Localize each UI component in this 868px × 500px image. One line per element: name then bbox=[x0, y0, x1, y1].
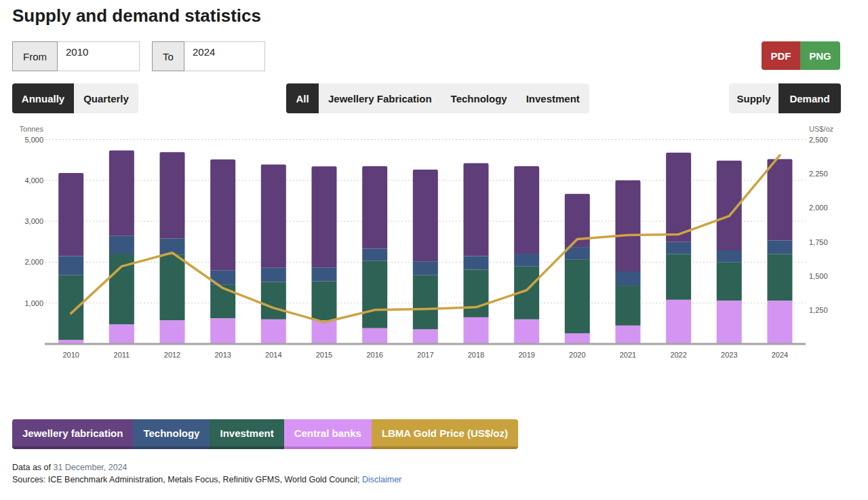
chart-area: TonnesUS$/oz5,0004,0003,0002,0001,0002,5… bbox=[0, 123, 868, 368]
right-axis-tick: 2,500 bbox=[809, 136, 828, 144]
right-axis-tick: 1,500 bbox=[809, 272, 828, 280]
export-png-button[interactable]: PNG bbox=[800, 41, 840, 70]
x-axis-label: 2011 bbox=[114, 351, 130, 359]
bar-segment-2011 bbox=[109, 151, 134, 236]
bar-segment-2010 bbox=[58, 275, 83, 340]
tab-annually[interactable]: Annually bbox=[12, 83, 74, 113]
bar-segment-2024 bbox=[767, 254, 792, 301]
left-axis-tick: 5,000 bbox=[24, 136, 43, 144]
bar-segment-2013 bbox=[210, 159, 235, 271]
legend-lbma-gold-price[interactable]: LBMA Gold Price (US$/oz) bbox=[372, 419, 518, 449]
tab-technology[interactable]: Technology bbox=[441, 83, 517, 113]
bar-segment-2018 bbox=[463, 256, 488, 269]
legend-technology[interactable]: Technology bbox=[133, 419, 210, 449]
right-axis-tick: 2,000 bbox=[809, 204, 828, 212]
supply-demand-widget: Supply and demand statistics From To PDF… bbox=[0, 0, 868, 500]
tab-all[interactable]: All bbox=[286, 83, 319, 113]
tab-supply[interactable]: Supply bbox=[729, 83, 778, 113]
bar-segment-2024 bbox=[767, 240, 792, 254]
bar-segment-2021 bbox=[615, 286, 640, 326]
bar-segment-2021 bbox=[615, 180, 640, 271]
bar-segment-2022 bbox=[666, 242, 691, 254]
category-tabs: All Jewellery Fabrication Technology Inv… bbox=[286, 83, 589, 113]
bar-segment-2018 bbox=[463, 270, 488, 318]
bar-segment-2017 bbox=[413, 275, 438, 330]
x-axis-label: 2016 bbox=[366, 351, 382, 359]
legend-investment[interactable]: Investment bbox=[210, 419, 283, 449]
bar-segment-2014 bbox=[261, 268, 286, 282]
bar-segment-2014 bbox=[261, 320, 286, 344]
disclaimer-link[interactable]: Disclaimer bbox=[362, 475, 401, 484]
bar-segment-2012 bbox=[160, 152, 185, 238]
frequency-tabs: Annually Quarterly bbox=[12, 83, 138, 113]
legend-central-banks[interactable]: Central banks bbox=[284, 419, 372, 449]
x-axis-label: 2015 bbox=[316, 351, 332, 359]
bar-segment-2023 bbox=[717, 250, 742, 263]
left-axis-tick: 2,000 bbox=[24, 258, 43, 266]
bar-segment-2015 bbox=[312, 320, 337, 344]
bar-segment-2013 bbox=[210, 285, 235, 318]
x-axis-label: 2019 bbox=[518, 351, 534, 359]
x-axis-label: 2017 bbox=[417, 351, 433, 359]
tab-quarterly[interactable]: Quarterly bbox=[74, 83, 138, 113]
x-axis-label: 2012 bbox=[164, 351, 180, 359]
bar-segment-2023 bbox=[717, 301, 742, 344]
demand-chart-svg: TonnesUS$/oz5,0004,0003,0002,0001,0002,5… bbox=[0, 123, 868, 368]
data-as-of-prefix: Data as of bbox=[12, 463, 53, 472]
from-year-input[interactable] bbox=[58, 41, 140, 71]
page-title: Supply and demand statistics bbox=[12, 5, 261, 26]
bar-segment-2023 bbox=[717, 263, 742, 301]
bar-segment-2022 bbox=[666, 153, 691, 242]
bar-segment-2020 bbox=[565, 259, 590, 333]
tab-jewellery-fabrication[interactable]: Jewellery Fabrication bbox=[319, 83, 441, 113]
x-axis-label: 2020 bbox=[569, 351, 585, 359]
bar-segment-2021 bbox=[615, 271, 640, 286]
bar-segment-2016 bbox=[362, 166, 387, 249]
bar-segment-2011 bbox=[109, 324, 134, 344]
to-year-input[interactable] bbox=[184, 41, 265, 71]
legend-jewellery-fabrication[interactable]: Jewellery fabrication bbox=[12, 419, 133, 449]
bar-segment-2019 bbox=[514, 166, 539, 254]
bar-segment-2014 bbox=[261, 165, 286, 268]
tab-investment[interactable]: Investment bbox=[517, 83, 589, 113]
sources-note: Sources: ICE Benchmark Administration, M… bbox=[12, 475, 401, 484]
bar-segment-2022 bbox=[666, 254, 691, 300]
x-axis-label: 2014 bbox=[265, 351, 281, 359]
data-as-of-date: 31 December, 2024 bbox=[53, 463, 127, 472]
right-axis-tick: 2,250 bbox=[809, 170, 828, 178]
bar-segment-2024 bbox=[767, 301, 792, 344]
right-axis-tick: 1,750 bbox=[809, 238, 828, 246]
x-axis-label: 2023 bbox=[721, 351, 737, 359]
bar-segment-2019 bbox=[514, 320, 539, 344]
bar-segment-2016 bbox=[362, 261, 387, 328]
bar-segment-2011 bbox=[109, 236, 134, 254]
to-label: To bbox=[152, 41, 184, 71]
bar-segment-2017 bbox=[413, 330, 438, 344]
tab-demand[interactable]: Demand bbox=[778, 83, 841, 113]
bar-segment-2016 bbox=[362, 249, 387, 261]
bar-segment-2018 bbox=[463, 163, 488, 256]
x-axis-label: 2021 bbox=[620, 351, 636, 359]
right-axis-title: US$/oz bbox=[809, 125, 833, 133]
left-axis-tick: 1,000 bbox=[24, 299, 43, 307]
bar-segment-2010 bbox=[58, 256, 83, 275]
x-axis-label: 2024 bbox=[772, 351, 788, 359]
bar-segment-2018 bbox=[463, 318, 488, 344]
bar-segment-2012 bbox=[160, 254, 185, 320]
x-axis-label: 2018 bbox=[468, 351, 484, 359]
from-date-group: From bbox=[12, 41, 140, 71]
bar-segment-2013 bbox=[210, 318, 235, 344]
sources-text: Sources: ICE Benchmark Administration, M… bbox=[12, 475, 362, 484]
bar-segment-2020 bbox=[565, 334, 590, 344]
export-buttons: PDF PNG bbox=[762, 41, 840, 70]
supply-demand-tabs: Supply Demand bbox=[729, 83, 841, 113]
bar-segment-2010 bbox=[58, 173, 83, 256]
chart-legend: Jewellery fabrication Technology Investm… bbox=[12, 419, 518, 449]
x-axis-label: 2013 bbox=[214, 351, 231, 359]
x-axis-label: 2022 bbox=[670, 351, 686, 359]
export-pdf-button[interactable]: PDF bbox=[762, 41, 800, 70]
left-axis-tick: 3,000 bbox=[24, 217, 43, 225]
bar-segment-2024 bbox=[767, 159, 792, 240]
left-axis-tick: 4,000 bbox=[24, 176, 43, 185]
to-date-group: To bbox=[152, 41, 265, 71]
